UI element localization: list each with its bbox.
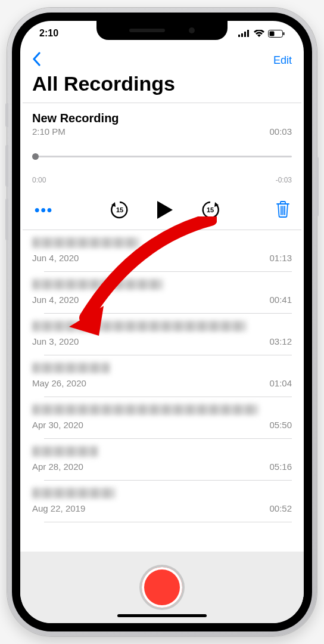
home-indicator[interactable] [117,614,207,617]
recording-date: Jun 3, 2020 [32,336,79,346]
recording-date: Apr 28, 2020 [32,462,83,472]
scrubber-track [33,156,292,157]
recording-duration: 00:52 [269,503,292,513]
scrubber-remaining: -0:03 [276,176,292,184]
recording-list[interactable]: Jun 4, 202001:13Jun 4, 202000:41Jun 3, 2… [20,230,304,552]
recording-row[interactable]: Aug 22, 201900:52 [20,481,304,522]
recording-date: Jun 4, 2020 [32,253,79,263]
svg-rect-6 [284,32,285,35]
notch [96,21,228,40]
selected-recording-time: 2:10 PM [32,126,66,137]
recording-row[interactable]: Jun 4, 202001:13 [20,230,304,272]
skip-back-15-button[interactable]: 15 [110,200,130,220]
svg-rect-0 [238,35,240,37]
wifi-icon [254,30,264,37]
recording-title-redacted [32,237,139,248]
recording-row[interactable]: Jun 3, 202003:12 [20,314,304,355]
svg-rect-1 [241,33,243,37]
battery-icon [268,30,285,38]
chevron-left-icon [32,52,42,66]
recording-date: Jun 4, 2020 [32,295,79,305]
recording-duration: 01:04 [269,378,292,388]
trash-icon [275,200,291,218]
recording-duration: 01:13 [269,253,292,263]
recording-row[interactable]: May 26, 202001:04 [20,355,304,397]
play-icon [156,200,174,220]
recording-duration: 03:12 [269,336,292,346]
recording-date: May 26, 2020 [32,378,86,388]
front-camera [189,27,195,33]
delete-button[interactable] [275,200,291,220]
silent-switch [5,103,8,127]
screen: 2:10 Edit All Recordings New Reco [20,21,304,623]
recording-date: Aug 22, 2019 [32,503,85,513]
recording-title-redacted [32,321,247,332]
back-button[interactable] [32,52,42,69]
recording-row[interactable]: Apr 28, 202005:16 [20,439,304,481]
skip-back-icon: 15 [110,200,130,220]
volume-down-button [5,199,8,240]
recording-title-redacted [32,446,98,457]
edit-button[interactable]: Edit [273,54,292,67]
more-options-button[interactable]: ••• [33,202,54,218]
divider [44,522,292,522]
svg-text:15: 15 [206,206,213,213]
recording-date: Apr 30, 2020 [32,420,83,430]
recording-duration: 00:41 [269,295,292,305]
nav-bar: Edit [20,46,304,72]
record-button[interactable] [142,567,182,608]
recording-title-redacted [32,488,116,499]
skip-forward-15-button[interactable]: 15 [200,200,220,220]
volume-up-button [5,145,8,187]
recording-title-redacted [32,279,163,290]
recording-row[interactable]: Apr 30, 202005:50 [20,397,304,439]
cellular-icon [238,30,250,37]
recording-row[interactable]: Jun 4, 202000:41 [20,272,304,314]
recording-title-redacted [32,404,258,415]
status-time: 2:10 [39,28,58,39]
svg-rect-3 [247,30,249,37]
svg-rect-2 [244,32,246,37]
svg-rect-5 [270,31,275,36]
scrubber-knob[interactable] [32,153,39,160]
selected-recording-duration: 00:03 [269,126,292,137]
recording-duration: 05:50 [269,420,292,430]
speaker-slot [129,29,165,32]
svg-text:15: 15 [116,206,123,213]
scrubber-elapsed: 0:00 [32,176,46,184]
record-bar [20,552,304,623]
recording-title-redacted [32,363,110,373]
page-title: All Recordings [20,72,304,103]
phone-frame: 2:10 Edit All Recordings New Reco [7,8,317,636]
power-button [316,157,319,216]
selected-recording[interactable]: New Recording 2:10 PM 00:03 0:00 -0:03 [20,103,304,230]
scrubber[interactable] [32,153,292,165]
play-button[interactable] [156,200,174,220]
selected-recording-name: New Recording [32,112,292,125]
recording-duration: 05:16 [269,462,292,472]
status-icons [238,30,285,38]
skip-forward-icon: 15 [200,200,220,220]
